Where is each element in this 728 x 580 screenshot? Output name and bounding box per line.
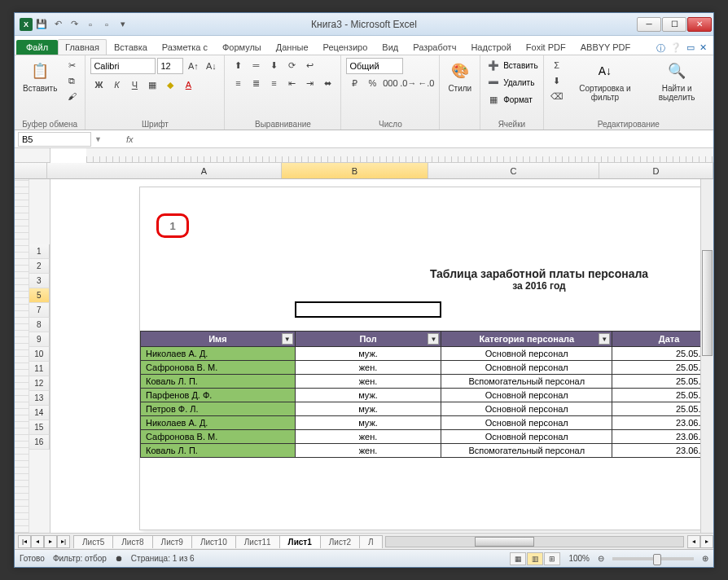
hscroll-left-icon[interactable]: ◂ xyxy=(687,535,700,548)
table-cell[interactable]: Коваль Л. П. xyxy=(141,444,296,458)
maximize-button[interactable]: ☐ xyxy=(662,17,686,32)
table-cell[interactable]: Сафронова В. М. xyxy=(141,430,296,444)
table-cell[interactable]: Вспомогательный персонал xyxy=(441,375,612,389)
number-format-select[interactable] xyxy=(346,58,403,74)
row-header-5[interactable]: 5 xyxy=(29,288,50,303)
save-icon[interactable]: 💾 xyxy=(34,17,49,32)
table-cell[interactable]: муж. xyxy=(295,402,441,416)
table-header-3[interactable]: Дата▼ xyxy=(612,332,713,347)
ribbon-tab-5[interactable]: Рецензиро xyxy=(316,39,375,55)
table-cell[interactable]: Парфенов Д. Ф. xyxy=(141,389,296,402)
hscroll-thumb[interactable] xyxy=(475,537,534,547)
orientation-icon[interactable]: ⟳ xyxy=(283,58,300,72)
minimize-button[interactable]: ─ xyxy=(637,17,661,32)
merge-icon[interactable]: ⬌ xyxy=(319,76,335,90)
redo-icon[interactable]: ↷ xyxy=(67,17,81,32)
table-cell[interactable]: муж. xyxy=(295,347,441,361)
ribbon-tab-2[interactable]: Разметка с xyxy=(155,39,215,55)
table-header-2[interactable]: Категория персонала▼ xyxy=(441,332,612,347)
ribbon-minimize-icon[interactable]: ⓘ xyxy=(656,42,665,55)
ribbon-tab-4[interactable]: Данные xyxy=(269,39,316,55)
clear-icon[interactable]: ⌫ xyxy=(549,89,565,103)
row-header-10[interactable]: 10 xyxy=(29,347,50,362)
sheet-nav-prev-icon[interactable]: ◂ xyxy=(31,535,44,548)
align-left-icon[interactable]: ≡ xyxy=(230,76,246,90)
qat-item-icon[interactable]: ▫ xyxy=(99,17,114,32)
row-header-2[interactable]: 2 xyxy=(29,259,50,274)
align-bottom-icon[interactable]: ⬇ xyxy=(265,58,282,72)
ribbon-tab-1[interactable]: Вставка xyxy=(107,39,155,55)
sheet-nav-next-icon[interactable]: ▸ xyxy=(44,535,57,548)
table-cell[interactable]: Основной персонал xyxy=(441,389,612,402)
table-cell[interactable]: 25.05.2016 xyxy=(612,402,713,416)
table-cell[interactable]: Петров Ф. Л. xyxy=(141,402,296,416)
fx-icon[interactable]: fx xyxy=(126,134,134,144)
row-header-1[interactable]: 1 xyxy=(29,244,50,259)
cut-icon[interactable]: ✂ xyxy=(64,58,80,72)
sheet-tab-Лист11[interactable]: Лист11 xyxy=(235,535,280,548)
ribbon-tab-0[interactable]: Главная xyxy=(58,39,107,55)
column-header-A[interactable]: A xyxy=(127,163,282,178)
border-icon[interactable]: ▦ xyxy=(144,77,160,92)
table-cell[interactable]: Николаев А. Д. xyxy=(141,347,296,361)
zoom-slider[interactable] xyxy=(612,557,694,560)
zoom-level[interactable]: 100% xyxy=(568,554,590,563)
table-cell[interactable]: 23.06.2016 xyxy=(612,430,713,444)
table-header-1[interactable]: Пол▼ xyxy=(295,332,441,347)
row-header-11[interactable]: 11 xyxy=(29,362,50,376)
row-header-9[interactable]: 9 xyxy=(29,332,50,347)
sheet-tab-Лист2[interactable]: Лист2 xyxy=(320,535,360,548)
filter-dropdown-icon[interactable]: ▼ xyxy=(282,333,293,345)
help-icon[interactable]: ❔ xyxy=(670,42,682,55)
ribbon-close-icon[interactable]: ✕ xyxy=(699,42,707,55)
increase-indent-icon[interactable]: ⇥ xyxy=(301,76,318,90)
horizontal-scrollbar[interactable] xyxy=(385,536,684,547)
table-cell[interactable]: жен. xyxy=(295,444,441,458)
table-cell[interactable]: 23.06.2016 xyxy=(612,444,713,458)
align-top-icon[interactable]: ⬆ xyxy=(230,58,246,72)
record-macro-icon[interactable]: ⏺ xyxy=(115,554,123,563)
table-cell[interactable]: 23.06.2016 xyxy=(612,416,713,430)
table-row[interactable]: Парфенов Д. Ф.муж.Основной персонал25.05… xyxy=(141,389,714,402)
increase-decimal-icon[interactable]: .0→ xyxy=(400,76,416,90)
currency-icon[interactable]: ₽ xyxy=(346,76,362,90)
column-header-B[interactable]: B xyxy=(282,163,428,178)
table-cell[interactable]: 25.05.2016 xyxy=(612,347,713,361)
ribbon-tab-7[interactable]: Разработч xyxy=(406,39,463,55)
table-cell[interactable]: жен. xyxy=(295,375,441,389)
row-header-3[interactable]: 3 xyxy=(29,274,50,288)
undo-icon[interactable]: ↶ xyxy=(50,17,65,32)
ribbon-tab-9[interactable]: Foxit PDF xyxy=(519,39,573,55)
table-cell[interactable]: Сафронова В. М. xyxy=(141,361,296,375)
view-normal-icon[interactable]: ▦ xyxy=(510,552,526,565)
insert-cells-icon[interactable]: ➕ xyxy=(485,58,502,72)
row-header-14[interactable]: 14 xyxy=(29,406,50,420)
format-cells-icon[interactable]: ▦ xyxy=(485,92,502,107)
sort-filter-button[interactable]: A↓ Сортировка и фильтр xyxy=(568,58,642,103)
table-cell[interactable]: 25.05.2016 xyxy=(612,375,713,389)
align-middle-icon[interactable]: ═ xyxy=(248,58,264,72)
styles-button[interactable]: 🎨 Стили xyxy=(445,58,475,94)
formula-input[interactable] xyxy=(138,132,713,147)
name-box-dropdown-icon[interactable]: ▼ xyxy=(91,135,105,143)
fill-color-icon[interactable]: ◆ xyxy=(162,77,178,92)
row-header-15[interactable]: 15 xyxy=(29,420,50,435)
table-cell[interactable]: Николаев А. Д. xyxy=(141,416,296,430)
sheet-tab-Лист5[interactable]: Лист5 xyxy=(73,535,113,548)
table-row[interactable]: Николаев А. Д.муж.Основной персонал23.06… xyxy=(141,416,714,430)
sheet-tab-Лист9[interactable]: Лист9 xyxy=(152,535,192,548)
file-tab[interactable]: Файл xyxy=(16,40,58,55)
table-row[interactable]: Сафронова В. М.жен.Основной персонал25.0… xyxy=(141,361,714,375)
zoom-out-icon[interactable]: ⊖ xyxy=(598,554,604,563)
row-header-8[interactable]: 8 xyxy=(29,318,50,332)
table-row[interactable]: Коваль Л. П.жен.Вспомогательный персонал… xyxy=(141,375,714,389)
table-row[interactable]: Сафронова В. М.жен.Основной персонал23.0… xyxy=(141,430,714,444)
ribbon-tab-8[interactable]: Надстрой xyxy=(463,39,518,55)
table-cell[interactable]: Вспомогательный персонал xyxy=(441,444,612,458)
table-row[interactable]: Коваль Л. П.жен.Вспомогательный персонал… xyxy=(141,444,714,458)
ribbon-tab-10[interactable]: ABBYY PDF xyxy=(573,39,638,55)
close-button[interactable]: ✕ xyxy=(687,17,712,32)
sheet-tab-Лист10[interactable]: Лист10 xyxy=(191,535,236,548)
align-center-icon[interactable]: ≣ xyxy=(248,76,264,90)
comma-icon[interactable]: 000 xyxy=(382,76,398,90)
